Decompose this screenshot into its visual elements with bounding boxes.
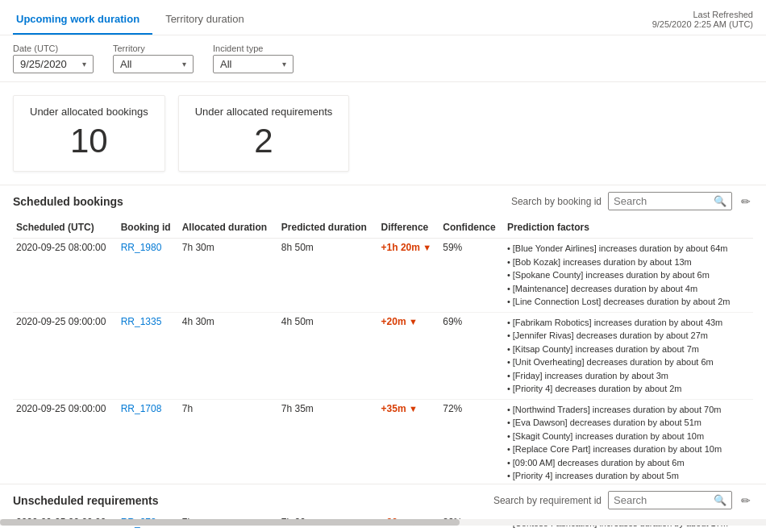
diff-value-0: +1h 20m <box>381 242 420 253</box>
kpi-bookings-label: Under allocated bookings <box>30 106 148 118</box>
requirement-search-input[interactable] <box>614 494 710 506</box>
cell-allocated-0: 7h 30m <box>179 239 278 313</box>
tab-territory[interactable]: Territory duration <box>162 6 257 35</box>
diff-value-2: +35m <box>381 403 406 414</box>
cell-scheduled-1: 2020-09-25 09:00:00 <box>13 312 118 399</box>
last-refreshed: Last Refreshed 9/25/2020 2:25 AM (UTC) <box>652 6 753 29</box>
table-row: 2020-09-25 08:00:00 RR_1980 7h 30m 8h 50… <box>13 239 753 313</box>
unscheduled-requirements-section: Unscheduled requirements Search by requi… <box>0 484 766 516</box>
col-factors: Prediction factors <box>504 217 753 239</box>
booking-link-0[interactable]: RR_1980 <box>121 242 162 253</box>
col-difference: Difference <box>378 217 440 239</box>
booking-edit-icon[interactable]: ✏ <box>739 193 753 210</box>
incident-type-filter-group: Incident type All ▾ <box>213 44 293 73</box>
tab-territory-label: Territory duration <box>165 13 244 25</box>
kpi-bookings-value: 10 <box>30 124 148 158</box>
filters-bar: Date (UTC) 9/25/2020 ▾ Territory All ▾ I… <box>0 35 766 82</box>
kpi-section: Under allocated bookings 10 Under alloca… <box>0 82 766 185</box>
kpi-card-bookings: Under allocated bookings 10 <box>13 95 165 172</box>
cell-scheduled-0: 2020-09-25 08:00:00 <box>13 239 118 313</box>
diff-arrow-2: ▼ <box>409 404 418 414</box>
booking-search-input[interactable] <box>614 195 710 207</box>
tab-upcoming-work[interactable]: Upcoming work duration <box>13 6 152 35</box>
factors-list-1: • [Fabrikam Robotics] increases duration… <box>507 316 750 396</box>
cell-factors-1: • [Fabrikam Robotics] increases duration… <box>504 312 753 399</box>
header: Upcoming work duration Territory duratio… <box>0 0 766 35</box>
kpi-card-requirements: Under allocated requirements 2 <box>178 95 350 172</box>
territory-filter-arrow: ▾ <box>182 60 186 69</box>
requirement-search-label: Search by requirement id <box>493 495 602 506</box>
horizontal-scrollbar[interactable] <box>0 519 766 526</box>
booking-search-area: Search by booking id 🔍 ✏ <box>511 192 753 210</box>
date-filter-select[interactable]: 9/25/2020 ▾ <box>13 55 94 73</box>
cell-confidence-1: 69% <box>439 312 504 399</box>
booking-search-icon: 🔍 <box>714 195 726 207</box>
cell-booking-id-0: RR_1980 <box>118 239 179 313</box>
date-filter-label: Date (UTC) <box>13 44 94 53</box>
scheduled-bookings-header: Scheduled bookings Search by booking id … <box>0 185 766 217</box>
booking-search-box[interactable]: 🔍 <box>608 192 732 210</box>
territory-filter-value: All <box>120 58 131 70</box>
col-predicted: Predicted duration <box>278 217 378 239</box>
cell-booking-id-1: RR_1335 <box>118 312 179 399</box>
col-confidence: Confidence <box>439 217 504 239</box>
territory-filter-group: Territory All ▾ <box>113 44 194 73</box>
date-filter-value: 9/25/2020 <box>20 58 67 70</box>
diff-arrow-1: ▼ <box>409 317 418 326</box>
incident-type-filter-value: All <box>220 58 231 70</box>
tab-bar: Upcoming work duration Territory duratio… <box>13 6 267 35</box>
requirement-search-box[interactable]: 🔍 <box>608 491 732 509</box>
col-scheduled: Scheduled (UTC) <box>13 217 118 239</box>
kpi-requirements-label: Under allocated requirements <box>195 106 333 118</box>
incident-type-filter-select[interactable]: All ▾ <box>213 55 293 73</box>
cell-predicted-1: 4h 50m <box>278 312 378 399</box>
cell-allocated-1: 4h 30m <box>179 312 278 399</box>
unscheduled-title: Unscheduled requirements <box>13 494 159 507</box>
kpi-requirements-value: 2 <box>195 124 333 158</box>
cell-confidence-0: 59% <box>439 239 504 313</box>
date-filter-arrow: ▾ <box>82 60 86 69</box>
date-filter-group: Date (UTC) 9/25/2020 ▾ <box>13 44 94 73</box>
last-refreshed-value: 9/25/2020 2:25 AM (UTC) <box>652 19 753 29</box>
booking-link-2[interactable]: RR_1708 <box>121 403 162 414</box>
territory-filter-label: Territory <box>113 44 194 53</box>
col-booking-id: Booking id <box>118 217 179 239</box>
cell-difference-0: +1h 20m ▼ <box>378 239 440 313</box>
factors-list-0: • [Blue Yonder Airlines] increases durat… <box>507 242 750 309</box>
scrollbar-thumb[interactable] <box>0 519 460 526</box>
requirement-edit-icon[interactable]: ✏ <box>739 492 753 509</box>
requirement-search-icon: 🔍 <box>714 494 726 506</box>
cell-predicted-0: 8h 50m <box>278 239 378 313</box>
territory-filter-select[interactable]: All ▾ <box>113 55 194 73</box>
cell-factors-0: • [Blue Yonder Airlines] increases durat… <box>504 239 753 313</box>
col-allocated: Allocated duration <box>179 217 278 239</box>
cell-difference-1: +20m ▼ <box>378 312 440 399</box>
diff-arrow-0: ▼ <box>423 243 431 252</box>
scheduled-bookings-title: Scheduled bookings <box>13 195 123 208</box>
incident-type-filter-label: Incident type <box>213 44 293 53</box>
diff-value-1: +20m <box>381 316 406 327</box>
requirement-search-area: Search by requirement id 🔍 ✏ <box>493 491 753 509</box>
table-row: 2020-09-25 09:00:00 RR_1335 4h 30m 4h 50… <box>13 312 753 399</box>
last-refreshed-label: Last Refreshed <box>652 10 753 19</box>
booking-link-1[interactable]: RR_1335 <box>121 316 162 327</box>
booking-search-label: Search by booking id <box>511 196 602 207</box>
tab-upcoming-label: Upcoming work duration <box>16 13 139 25</box>
incident-type-filter-arrow: ▾ <box>282 60 286 69</box>
